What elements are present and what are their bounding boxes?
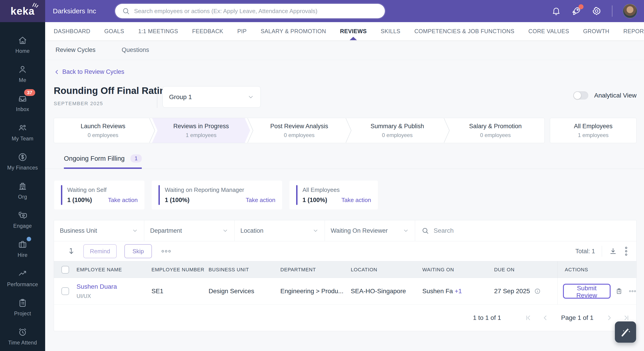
sidebar-item-hire[interactable]: Hire [0, 234, 45, 264]
analytical-view-toggle[interactable] [573, 92, 588, 100]
settings-gear-icon[interactable] [592, 6, 602, 16]
tab-pip[interactable]: PIP [237, 22, 247, 40]
tab-dashboard[interactable]: DASHBOARD [54, 22, 90, 40]
stage-salary-promotion[interactable]: Salary & Promotion 0 employees [446, 118, 544, 143]
subtab-review-cycles[interactable]: Review Cycles [56, 46, 96, 54]
select-all-checkbox[interactable] [62, 266, 69, 274]
card-waiting-on-reporting-manager: Waiting on Reporting Manager 1 (100%) Ta… [152, 180, 282, 210]
company-name: Darksiders Inc [53, 7, 96, 15]
user-avatar[interactable] [623, 4, 637, 18]
take-action-link[interactable]: Take action [108, 196, 138, 204]
more-actions-icon[interactable] [161, 249, 171, 254]
notifications-bell-icon[interactable] [552, 6, 561, 16]
ai-assistant-wand-button[interactable] [615, 322, 636, 343]
subtab-questions[interactable]: Questions [122, 46, 149, 54]
stage-summary-publish[interactable]: Summary & Publish 0 employees [348, 118, 446, 143]
tab-1-1-meetings[interactable]: 1:1 MEETINGS [138, 22, 178, 40]
tab-reports[interactable]: REPORTS [624, 22, 644, 40]
tab-core-values[interactable]: CORE VALUES [528, 22, 569, 40]
chevron-down-icon [132, 228, 138, 234]
user-icon [18, 64, 28, 74]
whats-new-rocket-icon[interactable] [571, 6, 581, 16]
filter-location[interactable]: Location [234, 220, 325, 241]
prev-page-icon[interactable] [542, 314, 549, 322]
group-select[interactable]: Group 1 [162, 86, 261, 108]
global-search[interactable] [115, 4, 385, 18]
sidebar-item-inbox[interactable]: 37 Inbox [0, 88, 45, 118]
first-page-icon[interactable] [524, 314, 532, 322]
tab-feedback[interactable]: FEEDBACK [192, 22, 223, 40]
keka-logo[interactable]: keka [0, 0, 45, 22]
header-divider [157, 86, 157, 108]
last-page-icon[interactable] [623, 314, 630, 322]
table-header: EMPLOYEE NAME EMPLOYEE NUMBER BUSINESS U… [54, 261, 636, 278]
sidebar: Home Me 37 Inbox My Team My Finances Org… [0, 22, 45, 351]
sidebar-item-home[interactable]: Home [0, 30, 45, 59]
tab-skills[interactable]: SKILLS [380, 22, 400, 40]
stage-all-employees[interactable]: All Employees 1 employees [550, 118, 636, 143]
pagination-range: 1 to 1 of 1 [473, 314, 501, 322]
table-search-input[interactable] [434, 227, 630, 234]
tab-reviews[interactable]: REVIEWS [340, 22, 366, 40]
filter-waiting-on-reviewer[interactable]: Waiting On Reviewer [325, 220, 415, 241]
row-more-actions-icon[interactable] [629, 290, 636, 293]
global-search-input[interactable] [134, 8, 378, 15]
kebab-menu-icon[interactable] [624, 246, 628, 256]
col-employee-name: EMPLOYEE NAME [76, 267, 152, 273]
waiting-on-more-link[interactable]: +1 [454, 288, 462, 294]
remind-button[interactable]: Remind [83, 244, 117, 258]
tab-competencies-job-functions[interactable]: COMPETENCIES & JOB FUNCTIONS [414, 22, 514, 40]
keka-spark-icon [32, 1, 39, 8]
search-icon [122, 7, 130, 15]
submit-review-button[interactable]: Submit Review [563, 284, 610, 299]
take-action-link[interactable]: Take action [246, 196, 276, 204]
col-department: DEPARTMENT [280, 267, 351, 273]
col-waiting-on: WAITING ON [422, 267, 494, 273]
briefcase-icon [18, 240, 28, 250]
chevron-down-icon [248, 94, 254, 100]
card-all-employees: All Employees 1 (100%) Take action [290, 180, 378, 210]
filter-business-unit[interactable]: Business Unit [54, 220, 144, 241]
chevron-left-icon [54, 69, 60, 75]
sidebar-item-me[interactable]: Me [0, 59, 45, 88]
sort-descending-icon[interactable] [67, 247, 76, 256]
stage-launch-reviews[interactable]: Launch Reviews 0 employees [54, 118, 152, 143]
sidebar-item-my-team[interactable]: My Team [0, 118, 45, 147]
info-icon[interactable] [534, 288, 541, 294]
card-accent-bar [296, 185, 298, 205]
chevron-down-icon [403, 228, 409, 234]
stage-reviews-in-progress[interactable]: Reviews in Progress 1 employees [152, 118, 250, 143]
back-to-review-cycles-link[interactable]: Back to Review Cycles [54, 68, 124, 76]
section-tab-strip: Ongoing Form Filling 1 [45, 150, 644, 169]
stage-post-review-analysis[interactable]: Post Review Analysis 0 employees [250, 118, 348, 143]
sidebar-item-performance[interactable]: Performance [0, 264, 45, 293]
tab-ongoing-form-filling[interactable]: Ongoing Form Filling 1 [64, 154, 142, 169]
skip-button[interactable]: Skip [124, 244, 152, 258]
review-form-clipboard-icon[interactable] [616, 287, 622, 295]
tab-goals[interactable]: GOALS [104, 22, 124, 40]
sidebar-item-my-finances[interactable]: My Finances [0, 147, 45, 176]
take-action-link[interactable]: Take action [341, 196, 371, 204]
table-search[interactable] [415, 220, 636, 241]
pagination: 1 to 1 of 1 Page 1 of 1 [54, 304, 636, 331]
employee-name-link[interactable]: Sushen Duara [76, 283, 152, 290]
sidebar-item-project[interactable]: Project [0, 293, 45, 322]
waiting-on: Sushen Fa +1 [422, 288, 494, 295]
analytical-view-label: Analytical View [594, 92, 636, 99]
download-icon[interactable] [609, 247, 617, 256]
due-on: 27 Sep 2025 [494, 288, 557, 295]
employee-number: SE1 [152, 288, 208, 295]
sidebar-item-org[interactable]: Org [0, 176, 45, 205]
row-checkbox[interactable] [62, 287, 69, 295]
sidebar-item-time-attend[interactable]: Time Attend [0, 322, 45, 351]
tab-salary-promotion[interactable]: SALARY & PROMOTION [261, 22, 326, 40]
next-page-icon[interactable] [606, 314, 613, 322]
hire-alert-dot [27, 237, 31, 241]
topbar-divider [612, 6, 612, 17]
filter-department[interactable]: Department [144, 220, 234, 241]
sidebar-item-engage[interactable]: Engage [0, 205, 45, 234]
page-title: Rounding Off Final Rating [54, 85, 171, 96]
toolbar-divider [602, 246, 602, 257]
total-count: Total: 1 [576, 248, 595, 255]
tab-growth[interactable]: GROWTH [583, 22, 609, 40]
